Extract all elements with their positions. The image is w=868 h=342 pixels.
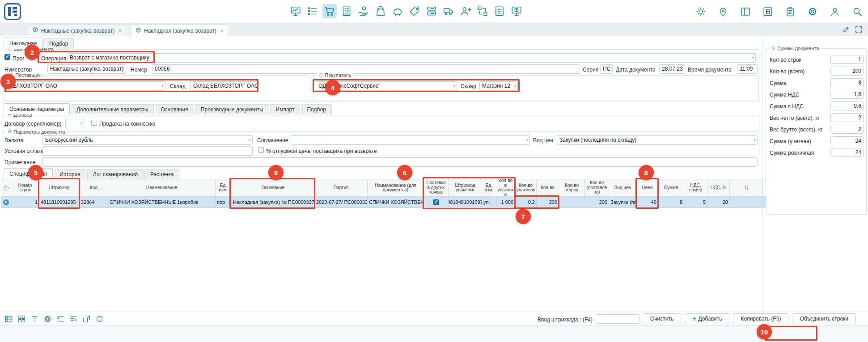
column-header-21[interactable]: НДС, % [707, 179, 730, 196]
column-header-19[interactable]: Сумма [658, 179, 684, 196]
column-header-8[interactable]: Наименование (для документов) [368, 179, 424, 196]
app-logo[interactable] [4, 3, 21, 21]
column-header-15[interactable]: Кол-во марок [559, 179, 585, 196]
person-add-icon[interactable] [458, 4, 473, 18]
doc-tab-invoices-list[interactable]: Накладные (закупка-возврат) [28, 25, 126, 36]
row-cell-20[interactable]: 5 [684, 197, 707, 208]
barcode-input[interactable] [596, 314, 639, 324]
column-header-4[interactable]: Наименование [108, 179, 216, 196]
price-type-input[interactable]: Закупки (последняя по складу) [557, 135, 758, 145]
series-input[interactable]: ПС [600, 64, 613, 74]
bold-b-icon[interactable] [761, 4, 775, 19]
table-view-icon[interactable] [4, 314, 13, 324]
filter-icon[interactable] [30, 314, 39, 324]
list-move-icon[interactable] [68, 314, 78, 324]
search-icon[interactable] [850, 4, 864, 19]
price-tag-icon[interactable] [407, 4, 422, 18]
operation-input[interactable]: Возврат с магазина поставщику [67, 53, 756, 63]
user-icon[interactable] [828, 4, 842, 19]
clear-button[interactable]: Очистить [643, 313, 681, 324]
row-cell-7[interactable]: 2023-07-27/ ПС0000337, [315, 197, 368, 208]
doc-date-input[interactable]: 28.07.23 [659, 64, 685, 74]
param-tab-6[interactable]: Подбор [301, 104, 331, 114]
commission-checkbox[interactable] [91, 120, 97, 126]
row-cell-8[interactable]: СПИЧКИ ХОЗЯЙСТВЕН [368, 197, 424, 208]
column-header-1[interactable]: Номер строк [11, 179, 39, 196]
open-window-icon[interactable] [81, 314, 91, 324]
edit-pencil-icon[interactable] [842, 25, 850, 35]
column-header-17[interactable]: Вид цен [609, 179, 637, 196]
add-button[interactable]: Добавить [685, 313, 729, 324]
posted-checkbox[interactable] [4, 54, 10, 60]
row-cell-0[interactable] [1, 197, 11, 208]
cart-icon[interactable] [322, 4, 337, 18]
brightness-icon[interactable] [694, 4, 708, 19]
row-cell-16[interactable]: 200 [585, 197, 609, 208]
contract-number-input[interactable] [65, 119, 84, 128]
param-tab-4[interactable]: Производные документы [195, 104, 269, 114]
row-cell-21[interactable]: 20 [707, 197, 730, 208]
doc-time-input[interactable]: 11:09 [737, 64, 758, 74]
server-icon[interactable] [424, 4, 439, 18]
piggy-bank-icon[interactable] [390, 4, 405, 18]
param-tab-2[interactable]: Дополнительные параметры [71, 104, 154, 114]
org-split-icon[interactable] [475, 4, 490, 18]
columns-icon[interactable] [738, 4, 753, 19]
row-cell-4[interactable]: СПИЧКИ ХОЗЯЙСТВЕННЫЕ 1коробок [108, 197, 216, 208]
spec-tab-4[interactable]: Расценка [144, 169, 180, 179]
settings-icon[interactable] [42, 314, 52, 324]
column-header-22[interactable]: Ц [730, 179, 763, 196]
totals-title: Суммы документа [777, 46, 819, 51]
param-tab-3[interactable]: Основание [155, 104, 194, 114]
building-icon[interactable] [339, 4, 354, 18]
screen-clock-icon[interactable] [509, 4, 524, 18]
column-header-3[interactable]: Код [80, 179, 108, 196]
param-tab-1[interactable]: Основные параметры [4, 103, 70, 114]
column-header-7[interactable]: Партия [315, 179, 368, 196]
row-marker-icon[interactable] [3, 199, 9, 205]
hand-coins-icon[interactable] [356, 4, 371, 18]
row-cell-22[interactable] [730, 197, 763, 208]
expand-all-icon[interactable] [4, 186, 8, 190]
param-tab-5[interactable]: Импорт [270, 104, 301, 114]
pin-icon[interactable] [716, 4, 730, 19]
agreement-input[interactable] [291, 135, 530, 145]
tab-close-icon[interactable] [118, 27, 122, 34]
column-header-14[interactable]: Кол-во [537, 179, 559, 196]
row-cell-17[interactable]: Закупки (пос [609, 197, 637, 208]
row-cell-19[interactable]: 8 [658, 197, 684, 208]
numerator-input[interactable]: Накладные (закупка-возврат) [47, 64, 126, 74]
collapse-icon[interactable] [771, 45, 775, 51]
row-cell-3[interactable]: 32864 [80, 197, 108, 208]
copy-button[interactable]: Копировать (F5) [733, 313, 788, 324]
monitor-chart-icon[interactable] [288, 4, 303, 18]
return-percent-checkbox[interactable] [258, 147, 264, 153]
column-header-16[interactable]: Кол-во (поставлено) [585, 179, 609, 196]
column-header-0[interactable] [1, 179, 11, 196]
shopping-bag-icon[interactable] [373, 4, 388, 18]
gear-icon[interactable] [805, 4, 820, 19]
row-cell-15[interactable] [559, 197, 585, 208]
note-label: Примечание [4, 159, 35, 165]
number-input[interactable]: 00056 [152, 64, 580, 74]
grid-view-icon[interactable] [17, 314, 26, 324]
row-cell-1[interactable]: 1 [11, 197, 39, 208]
column-header-13[interactable]: Кол-во упаковок [515, 179, 537, 196]
note-input[interactable] [42, 157, 758, 167]
clipboard-icon[interactable] [783, 4, 797, 19]
currency-input[interactable]: Белорусский рубль [42, 135, 253, 145]
merge-rows-button[interactable]: Объединить строки [792, 313, 856, 324]
notes-icon[interactable] [492, 4, 507, 18]
doc-tab-invoice[interactable]: Накладная (закупка-возврат) [131, 25, 228, 37]
refresh-grid-icon[interactable] [94, 314, 104, 324]
column-header-20[interactable]: НДС, номер [684, 179, 707, 196]
spec-tab-3[interactable]: Лог сканирований [87, 169, 144, 179]
checklist-icon[interactable] [305, 4, 320, 18]
fullscreen-icon[interactable] [855, 25, 863, 35]
payment-terms-input[interactable] [42, 146, 253, 156]
numbered-list-icon[interactable] [55, 314, 65, 324]
collapse-icon[interactable] [319, 72, 323, 78]
tab-close-icon[interactable] [220, 28, 224, 34]
truck-icon[interactable] [441, 4, 456, 18]
collapse-icon[interactable] [8, 129, 12, 135]
